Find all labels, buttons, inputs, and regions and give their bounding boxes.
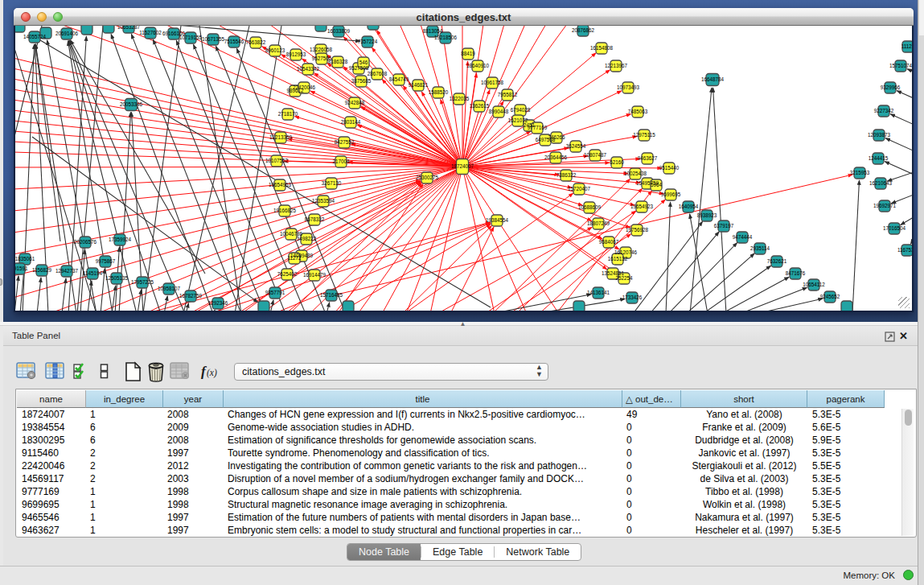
svg-text:8912953: 8912953 [286,51,306,57]
svg-text:10107552: 10107552 [265,158,289,163]
svg-text:15751074: 15751074 [889,63,912,68]
svg-text:2718170: 2718170 [278,111,298,117]
svg-text:22420046: 22420046 [293,84,316,90]
svg-text:1588520: 1588520 [429,89,449,95]
svg-text:18807249: 18807249 [587,220,610,226]
svg-text:7632621: 7632621 [767,258,787,264]
svg-text:10973493: 10973493 [617,84,640,90]
svg-text:9684067: 9684067 [599,239,619,245]
svg-text:20364456: 20364456 [544,154,568,160]
svg-text:3498222: 3498222 [297,236,317,241]
svg-text:13226058: 13226058 [310,47,333,52]
svg-text:391591: 391591 [15,266,28,271]
svg-text:9515440: 9515440 [659,165,680,171]
svg-text:8471676: 8471676 [786,270,806,276]
svg-text:3215953: 3215953 [850,170,870,175]
svg-text:8186328: 8186328 [328,59,348,64]
svg-text:12093873: 12093873 [868,132,891,138]
svg-text:12213369: 12213369 [269,134,293,140]
svg-text:9474444: 9474444 [733,234,753,240]
svg-text:10025438: 10025438 [624,171,647,176]
svg-text:9463627: 9463627 [638,155,658,161]
svg-text:9227342: 9227342 [874,108,894,113]
svg-text:1292346: 1292346 [208,300,228,306]
svg-text:217004: 217004 [332,159,350,164]
svg-text:10671355: 10671355 [202,36,225,42]
svg-text:20053346: 20053346 [120,101,143,107]
svg-text:7515546: 7515546 [224,39,244,44]
svg-text:16120746: 16120746 [614,249,638,255]
svg-text:8427552: 8427552 [335,139,355,145]
svg-text:10807487: 10807487 [584,152,607,158]
svg-text:7485063: 7485063 [628,109,648,114]
svg-text:9527508: 9527508 [349,65,369,71]
svg-text:6794028: 6794028 [511,107,531,113]
svg-text:1362615: 1362615 [470,103,490,109]
svg-text:62160: 62160 [610,159,624,165]
svg-text:2803144: 2803144 [341,119,361,125]
svg-text:11527602: 11527602 [139,30,162,35]
svg-text:20206576: 20206576 [74,239,97,245]
svg-text:546: 546 [359,60,368,65]
svg-text:17359924: 17359924 [109,237,132,242]
svg-text:(x): (x) [207,368,217,378]
svg-text:3624554: 3624554 [566,143,586,149]
svg-text:20691406: 20691406 [55,31,79,36]
svg-text:17016504: 17016504 [883,225,906,231]
svg-text:8813054: 8813054 [423,28,443,34]
svg-text:10543342: 10543342 [297,66,320,72]
svg-text:9975867: 9975867 [96,258,116,264]
svg-text:19654963: 19654963 [269,182,292,187]
svg-text:8938923: 8938923 [697,212,717,218]
svg-text:25300275: 25300275 [416,175,439,180]
svg-text:7357224: 7357224 [358,39,378,44]
svg-text:2935114: 2935114 [750,245,770,251]
svg-text:1615132: 1615132 [608,256,628,262]
svg-text:1156829: 1156829 [32,267,52,273]
svg-text:9329966: 9329966 [881,84,901,90]
svg-text:9245652: 9245652 [820,294,840,299]
svg-text:19756928: 19756928 [626,227,649,233]
svg-text:5964: 5964 [651,182,663,187]
svg-text:12353594: 12353594 [312,198,335,204]
svg-text:88419: 88419 [461,51,475,56]
svg-text:9777169: 9777169 [528,125,548,130]
svg-text:9699695: 9699695 [661,192,681,197]
svg-text:12975115: 12975115 [633,132,655,138]
svg-text:7563822: 7563822 [246,39,266,45]
svg-text:11272: 11272 [287,255,302,261]
svg-text:16914479: 16914479 [303,272,326,278]
svg-text:10719155: 10719155 [179,35,203,40]
svg-text:8454749: 8454749 [389,76,409,82]
svg-text:10653287: 10653287 [117,26,141,30]
svg-text:7625402: 7625402 [277,271,298,277]
svg-text:20876862: 20876862 [572,27,595,33]
svg-text:1835061: 1835061 [15,256,35,262]
svg-text:9242848: 9242848 [345,100,365,105]
svg-text:3875685: 3875685 [351,78,372,84]
svg-text:2867608: 2867608 [368,71,388,76]
svg-text:17957225: 17957225 [131,279,154,285]
svg-text:10654112: 10654112 [803,282,825,287]
svg-text:8960123: 8960123 [265,47,285,53]
svg-text:19218506: 19218506 [434,35,458,40]
svg-text:19692971: 19692971 [873,203,897,208]
svg-text:746266: 746266 [548,134,565,140]
svg-text:12505135: 12505135 [105,275,129,281]
svg-text:19384554: 19384554 [486,217,509,223]
svg-text:18640910: 18640910 [466,63,490,68]
svg-text:1733426: 1733426 [622,295,643,300]
svg-text:1640954: 1640954 [679,204,699,209]
svg-text:10688609: 10688609 [578,204,602,210]
svg-text:3267130: 3267130 [322,180,342,186]
svg-text:10958107: 10958107 [158,286,181,291]
svg-text:1145194: 1145194 [83,270,103,276]
svg-text:16782759: 16782759 [179,293,203,299]
svg-text:8678332: 8678332 [305,216,325,222]
svg-text:19654923: 19654923 [630,204,654,209]
svg-text:19166825: 19166825 [273,208,297,213]
svg-text:15716485: 15716485 [320,292,343,298]
svg-text:9146821: 9146821 [409,82,429,88]
svg-text:16033809: 16033809 [327,28,351,34]
svg-text:16154808: 16154808 [590,45,614,51]
